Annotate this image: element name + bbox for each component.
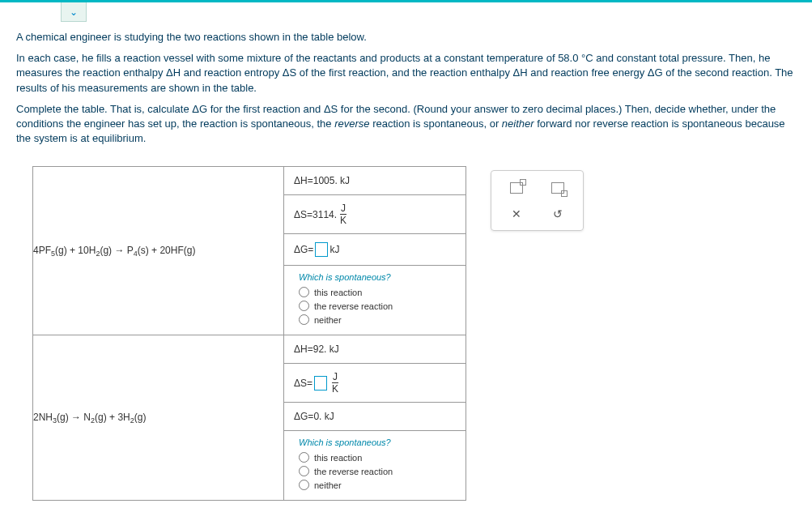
unit-fraction: J K	[340, 203, 346, 225]
close-icon: ✕	[512, 207, 521, 220]
table-row: 4PF5(g) + 10H2(g) → P4(s) + 20HF(g) ΔH =…	[33, 167, 466, 195]
instruction-line: Complete the table. That is, calculate Δ…	[16, 102, 796, 147]
spontaneous-title: Which is spontaneous?	[299, 438, 454, 447]
spontaneous-block-1: Which is spontaneous? this reaction the …	[284, 266, 466, 335]
radio-this-reaction[interactable]: this reaction	[299, 452, 454, 463]
problem-content: A chemical engineer is studying the two …	[0, 22, 812, 517]
unit-fraction: J K	[332, 372, 338, 394]
reaction-formula-1: 4PF5(g) + 10H2(g) → P4(s) + 20HF(g)	[33, 167, 284, 335]
dH-row-1: ΔH = 1005. kJ	[284, 167, 466, 195]
radio-reverse-reaction[interactable]: the reverse reaction	[299, 301, 454, 311]
dG-input-1[interactable]	[315, 242, 328, 257]
reset-button[interactable]: ↺	[540, 203, 577, 224]
dG-row-2: ΔG = 0. kJ	[284, 403, 466, 431]
reaction-formula-2: 2NH3(g) → N2(g) + 3H2(g)	[33, 335, 284, 501]
dS-row-2: ΔS = J K	[284, 364, 466, 403]
top-accent-bar	[0, 0, 812, 2]
subscript-button[interactable]	[540, 177, 577, 198]
superscript-icon	[510, 182, 523, 194]
spontaneous-title: Which is spontaneous?	[299, 272, 454, 282]
table-row: 2NH3(g) → N2(g) + 3H2(g) ΔH = 92. kJ	[33, 335, 466, 364]
dH-row-2: ΔH = 92. kJ	[284, 335, 466, 364]
expand-dropdown[interactable]: ⌄	[61, 2, 87, 22]
chevron-down-icon: ⌄	[70, 6, 78, 18]
problem-statement: A chemical engineer is studying the two …	[16, 30, 796, 146]
superscript-button[interactable]	[498, 177, 535, 198]
dS-input-2[interactable]	[314, 376, 327, 391]
dS-row-1: ΔS = 3114. J K	[284, 195, 466, 234]
radio-this-reaction[interactable]: this reaction	[299, 287, 454, 297]
dG-row-1: ΔG = kJ	[284, 234, 466, 266]
radio-neither[interactable]: neither	[299, 480, 454, 490]
spontaneous-block-2: Which is spontaneous? this reaction the …	[284, 431, 466, 501]
input-toolbox: ✕ ↺	[491, 170, 584, 231]
radio-reverse-reaction[interactable]: the reverse reaction	[299, 466, 454, 476]
setup-line: In each case, he fills a reaction vessel…	[16, 51, 796, 96]
intro-line: A chemical engineer is studying the two …	[16, 30, 796, 45]
clear-button[interactable]: ✕	[498, 203, 535, 224]
reactions-table: 4PF5(g) + 10H2(g) → P4(s) + 20HF(g) ΔH =…	[32, 166, 466, 501]
subscript-icon	[551, 182, 564, 194]
reset-icon: ↺	[553, 207, 563, 220]
radio-neither[interactable]: neither	[299, 314, 454, 325]
